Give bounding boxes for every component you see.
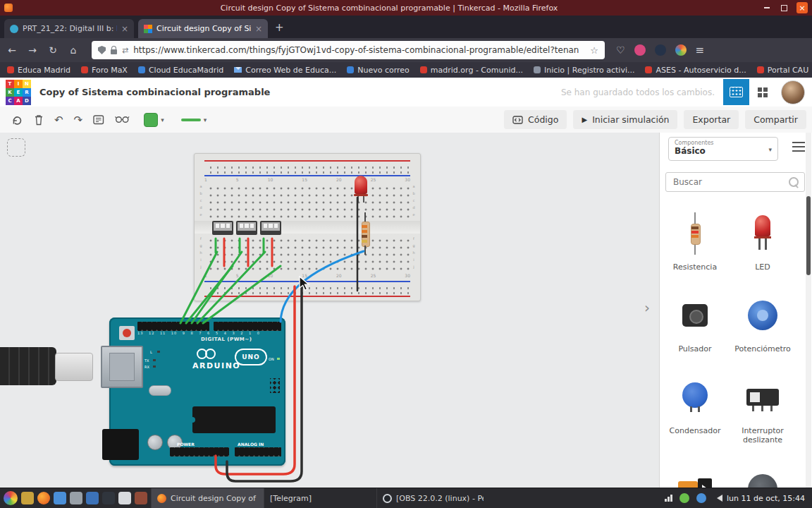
- tab-prt-digital[interactable]: PRT_21_22: Digital III b: P... ×: [4, 19, 134, 38]
- analog-pin-header[interactable]: [235, 447, 281, 456]
- bookmark-star-icon[interactable]: ☆: [590, 45, 598, 56]
- share-button[interactable]: Compartir: [745, 110, 806, 129]
- maximize-button[interactable]: [779, 3, 789, 13]
- color-swatch-button[interactable]: [144, 113, 158, 127]
- resistor[interactable]: [362, 212, 369, 255]
- usb-plug[interactable]: [0, 347, 56, 385]
- panel-collapse-handle[interactable]: ›: [644, 299, 650, 316]
- panel-scrollbar-track[interactable]: [806, 133, 811, 488]
- extension-icon-pink[interactable]: [634, 44, 646, 56]
- launcher-icon-5[interactable]: [86, 492, 99, 504]
- bookmark-ases[interactable]: ASES - Autoservicio d...: [645, 66, 746, 75]
- launcher-icon-1[interactable]: [21, 492, 34, 504]
- components-category-dropdown[interactable]: Componentes Básico ▾: [668, 137, 778, 161]
- chevron-down-icon[interactable]: ▾: [204, 116, 207, 123]
- launcher-icon-7[interactable]: [118, 492, 131, 504]
- launcher-icon-4[interactable]: [70, 492, 82, 504]
- tab-close-icon[interactable]: ×: [255, 24, 262, 34]
- component-partial-battery[interactable]: [661, 466, 729, 488]
- reload-button[interactable]: ↻: [44, 44, 61, 56]
- bookmark-portal-cau[interactable]: Portal CAU: [757, 66, 808, 75]
- url-text[interactable]: https://www.tinkercad.com/things/fyjGTOw…: [133, 45, 585, 55]
- icsp-header[interactable]: [270, 378, 280, 393]
- usb-cable-connector[interactable]: [55, 353, 93, 381]
- circuit-canvas[interactable]: 13 12 11 10 9 8 7 6 5 4 3 2 1 0 DIGITAL …: [0, 133, 660, 488]
- top-terminal-block[interactable]: [206, 183, 412, 219]
- components-search-input[interactable]: [672, 176, 789, 188]
- tab-circuit-design[interactable]: Circuit design Copy of Sis... ×: [138, 19, 268, 38]
- atmega-chip[interactable]: [192, 406, 276, 433]
- bookmark-cloud[interactable]: Cloud EducaMadrid: [138, 66, 223, 75]
- back-button[interactable]: ←: [4, 44, 20, 56]
- tray-green-icon[interactable]: [679, 493, 689, 503]
- minimize-button[interactable]: [761, 3, 772, 13]
- lock-icon[interactable]: [111, 49, 117, 54]
- grid-view-button[interactable]: [749, 79, 775, 105]
- export-button[interactable]: Exportar: [684, 110, 739, 129]
- tray-blue-icon[interactable]: [696, 493, 706, 503]
- taskbar-clock[interactable]: lun 11 de oct, 15:44: [722, 494, 812, 503]
- red-led[interactable]: [354, 176, 368, 204]
- bookmark-educa-madrid[interactable]: Educa Madrid: [7, 66, 70, 75]
- component-potentiometer[interactable]: Potenciómetro: [729, 292, 796, 353]
- dip-switch-toggles[interactable]: [262, 222, 280, 231]
- taskbar-window-firefox[interactable]: Circuit design Copy of ...: [151, 488, 264, 508]
- heart-icon[interactable]: ♡: [616, 44, 625, 56]
- bookmark-madrid-org[interactable]: madrid.org - Comunid...: [420, 66, 523, 75]
- redo-button[interactable]: ↷: [74, 114, 83, 126]
- bookmark-registro[interactable]: Inicio | Registro activi...: [534, 66, 635, 75]
- component-capacitor[interactable]: Condensador: [661, 374, 729, 435]
- tinkercad-logo[interactable]: TINKERCAD: [6, 80, 31, 105]
- wire-style-swatch[interactable]: [181, 119, 201, 121]
- design-title[interactable]: Copy of Sistema combinacional programabl…: [39, 87, 270, 97]
- search-box[interactable]: [665, 172, 805, 192]
- dip-switch-toggles[interactable]: [214, 222, 232, 231]
- list-view-icon[interactable]: [792, 142, 805, 152]
- url-bar[interactable]: ⇄ https://www.tinkercad.com/things/fyjGT…: [92, 41, 605, 59]
- extension-icon-multicolor[interactable]: [675, 44, 687, 56]
- taskbar-window-obs[interactable]: [OBS 22.0.2 (linux) - Per...: [376, 488, 489, 508]
- firefox-launcher-icon[interactable]: [37, 492, 50, 504]
- chevron-down-icon[interactable]: ▾: [161, 116, 164, 123]
- forward-button[interactable]: →: [24, 44, 41, 56]
- new-tab-button[interactable]: +: [275, 21, 284, 34]
- undo-button[interactable]: ↶: [54, 114, 63, 126]
- zoom-to-fit-button[interactable]: [7, 138, 25, 157]
- arduino-uno-board[interactable]: 13 12 11 10 9 8 7 6 5 4 3 2 1 0 DIGITAL …: [109, 318, 285, 466]
- dip-switch-2[interactable]: [236, 221, 257, 235]
- component-partial-round[interactable]: [729, 466, 796, 488]
- rotate-button[interactable]: [11, 114, 23, 126]
- user-avatar[interactable]: [781, 80, 805, 104]
- component-pushbutton[interactable]: Pulsador: [661, 292, 729, 353]
- taskbar-window-telegram[interactable]: [Telegram]: [264, 488, 376, 508]
- volume-icon[interactable]: [713, 495, 722, 502]
- component-led[interactable]: LED: [729, 210, 796, 272]
- inspect-button[interactable]: [115, 115, 130, 124]
- close-window-button[interactable]: ×: [796, 2, 808, 13]
- dip-switch-3[interactable]: [260, 221, 281, 235]
- delete-button[interactable]: [34, 114, 44, 126]
- start-simulation-button[interactable]: ▶ Iniciar simulación: [573, 110, 677, 129]
- digital-pin-header[interactable]: [214, 322, 281, 331]
- app-menu-button[interactable]: [4, 491, 18, 505]
- extension-icon-dark[interactable]: [655, 44, 666, 56]
- signal-bars-icon[interactable]: [665, 495, 672, 502]
- top-rail-holes[interactable]: [206, 164, 410, 174]
- launcher-icon-8[interactable]: [135, 492, 147, 504]
- bookmark-correo-web[interactable]: Correo Web de Educa...: [234, 66, 336, 75]
- home-button[interactable]: ⌂: [65, 44, 82, 56]
- code-button[interactable]: Código: [504, 110, 567, 129]
- hamburger-menu-icon[interactable]: ≡: [696, 44, 705, 56]
- tab-close-icon[interactable]: ×: [121, 24, 128, 34]
- dip-switch-1[interactable]: [212, 221, 233, 235]
- bookmark-nuevo-correo[interactable]: Nuevo correo: [347, 66, 410, 75]
- dip-switch-toggles[interactable]: [238, 222, 256, 231]
- component-resistor[interactable]: Resistencia: [661, 210, 729, 272]
- terminal-launcher-icon[interactable]: [102, 492, 115, 504]
- tracking-shield-icon[interactable]: [98, 46, 106, 54]
- power-pin-header[interactable]: [170, 447, 229, 456]
- bottom-terminal-block[interactable]: [206, 236, 412, 271]
- component-slideswitch[interactable]: Interruptor deslizante: [729, 374, 796, 445]
- reset-button[interactable]: [119, 326, 135, 340]
- bookmark-foro-max[interactable]: Foro MaX: [81, 66, 128, 75]
